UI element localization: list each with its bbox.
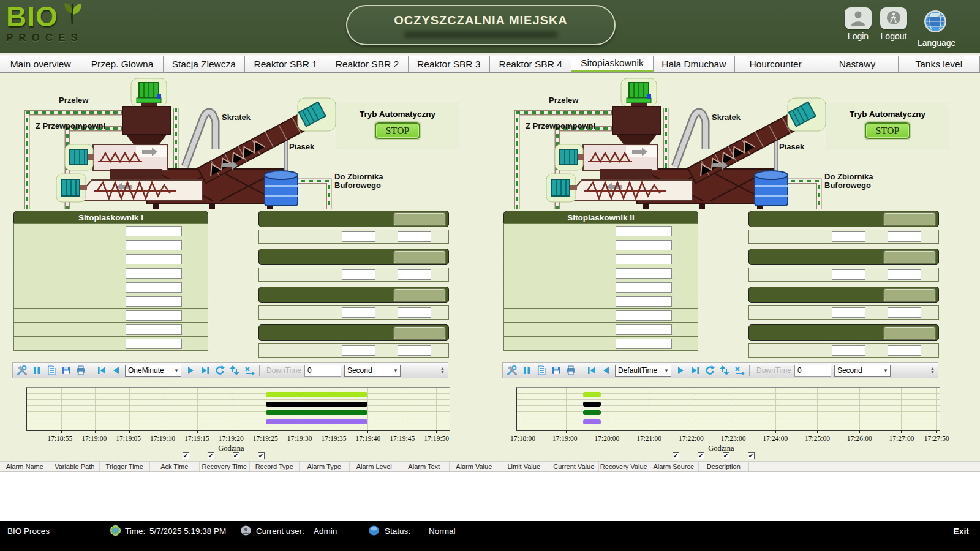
alarm-column-header[interactable]: Current Value [549, 462, 600, 471]
runtime-minutes-input[interactable] [888, 307, 921, 318]
parameter-value-input[interactable] [126, 268, 182, 279]
parameter-value-input[interactable] [126, 339, 182, 349]
parameter-value-input[interactable] [126, 282, 182, 293]
pause-icon[interactable] [521, 365, 532, 377]
manual-mode-button[interactable] [883, 250, 936, 264]
legend-checkbox[interactable] [258, 452, 265, 459]
zoom-y-icon[interactable] [718, 365, 730, 377]
settings-icon[interactable] [16, 365, 28, 377]
alarm-column-header[interactable]: Description [699, 462, 749, 471]
print-icon[interactable] [565, 365, 576, 377]
alarm-column-header[interactable]: Limit Value [499, 462, 549, 471]
legend-checkbox[interactable] [723, 452, 729, 459]
tab[interactable]: Stacja Zlewcza [164, 56, 245, 72]
refresh-icon[interactable] [704, 365, 715, 377]
parameter-value-input[interactable] [126, 310, 182, 321]
step-forward-icon[interactable] [184, 365, 196, 377]
parameter-value-input[interactable] [616, 339, 672, 349]
tab[interactable]: Main overview [0, 56, 81, 72]
manual-mode-button[interactable] [883, 288, 936, 302]
runtime-hours-input[interactable] [832, 231, 865, 242]
parameter-value-input[interactable] [616, 226, 672, 236]
tab[interactable]: Sitopiaskownik [571, 56, 653, 72]
runtime-minutes-input[interactable] [398, 307, 431, 318]
runtime-hours-input[interactable] [342, 345, 375, 356]
tab[interactable]: Tanks level [899, 56, 980, 72]
runtime-minutes-input[interactable] [888, 345, 921, 356]
runtime-minutes-input[interactable] [888, 269, 921, 280]
alarm-column-header[interactable]: Alarm Type [300, 462, 350, 471]
skip-start-icon[interactable] [96, 365, 107, 377]
alarm-column-header[interactable]: Alarm Level [350, 462, 400, 471]
zoom-y-icon[interactable] [228, 365, 240, 377]
legend-checkbox[interactable] [208, 452, 214, 459]
save-icon[interactable] [550, 365, 562, 377]
downtime-input[interactable] [304, 365, 341, 377]
alarm-column-header[interactable]: Record Type [250, 462, 300, 471]
legend-checkbox[interactable] [698, 452, 704, 459]
skip-end-icon[interactable] [689, 365, 701, 377]
parameter-value-input[interactable] [616, 282, 672, 293]
manual-mode-button[interactable] [393, 212, 446, 226]
runtime-hours-input[interactable] [342, 231, 375, 242]
alarm-column-header[interactable]: Recovery Time [200, 462, 250, 471]
tab[interactable]: Przep. Glowna [81, 56, 163, 72]
parameter-value-input[interactable] [616, 324, 672, 335]
step-back-icon[interactable] [110, 365, 122, 377]
tab[interactable]: Reaktor SBR 3 [409, 56, 490, 72]
skip-end-icon[interactable] [199, 365, 211, 377]
runtime-minutes-input[interactable] [398, 269, 431, 280]
skip-start-icon[interactable] [586, 365, 597, 377]
alarm-column-header[interactable]: Alarm Name [0, 462, 50, 471]
runtime-minutes-input[interactable] [888, 231, 921, 242]
toolbar-scroll-buttons[interactable]: ▲▼ [930, 367, 935, 374]
alarm-column-header[interactable]: Alarm Value [450, 462, 500, 471]
manual-mode-button[interactable] [393, 250, 446, 264]
parameter-value-input[interactable] [616, 240, 672, 250]
legend-checkbox[interactable] [183, 452, 189, 459]
time-range-select[interactable]: DefaultTime ▼ [615, 365, 671, 377]
manual-mode-button[interactable] [883, 326, 936, 340]
refresh-icon[interactable] [214, 365, 225, 377]
settings-icon[interactable] [506, 365, 518, 377]
step-forward-icon[interactable] [674, 365, 686, 377]
move-x-icon[interactable] [243, 365, 255, 377]
runtime-minutes-input[interactable] [398, 345, 431, 356]
step-back-icon[interactable] [600, 365, 612, 377]
parameter-value-input[interactable] [126, 296, 182, 307]
tab[interactable]: Hala Dmuchaw [654, 56, 735, 72]
move-x-icon[interactable] [733, 365, 745, 377]
tab[interactable]: Nastawy [816, 56, 898, 72]
alarm-column-header[interactable]: Variable Path [50, 462, 100, 471]
save-icon[interactable] [60, 365, 72, 377]
tab[interactable]: Hourcounter [735, 56, 816, 72]
legend-checkbox[interactable] [233, 452, 239, 459]
tab[interactable]: Reaktor SBR 4 [490, 56, 571, 72]
tab[interactable]: Reaktor SBR 1 [245, 56, 326, 72]
runtime-hours-input[interactable] [832, 345, 865, 356]
language-button[interactable]: Language [918, 7, 953, 48]
logout-button[interactable]: Logout [876, 7, 911, 41]
runtime-minutes-input[interactable] [398, 231, 431, 242]
alarm-column-header[interactable]: Alarm Source [649, 462, 699, 471]
legend-checkbox[interactable] [673, 452, 679, 459]
toolbar-scroll-buttons[interactable]: ▲▼ [440, 367, 445, 374]
runtime-hours-input[interactable] [342, 269, 375, 280]
manual-mode-button[interactable] [393, 326, 446, 340]
parameter-value-input[interactable] [616, 296, 672, 307]
report-icon[interactable] [535, 365, 547, 377]
parameter-value-input[interactable] [126, 324, 182, 335]
runtime-hours-input[interactable] [832, 269, 865, 280]
stop-button[interactable]: STOP [865, 122, 910, 139]
alarm-column-header[interactable]: Recovery Value [599, 462, 649, 471]
runtime-hours-input[interactable] [832, 307, 865, 318]
login-button[interactable]: Login [840, 7, 876, 41]
print-icon[interactable] [75, 365, 86, 377]
report-icon[interactable] [45, 365, 57, 377]
parameter-value-input[interactable] [126, 226, 182, 236]
parameter-value-input[interactable] [616, 254, 672, 264]
runtime-hours-input[interactable] [342, 307, 375, 318]
tab[interactable]: Reaktor SBR 2 [326, 56, 408, 72]
alarm-column-header[interactable]: Alarm Text [399, 462, 450, 471]
time-range-select[interactable]: OneMinute ▼ [125, 365, 181, 377]
